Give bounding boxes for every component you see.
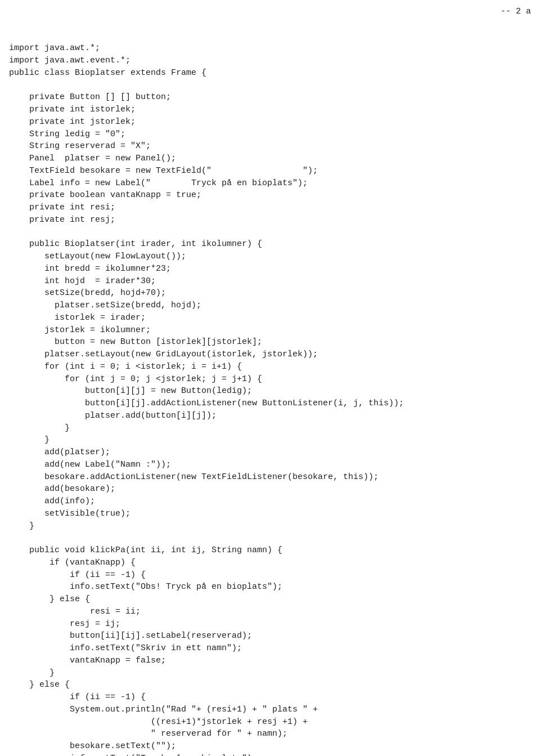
code-line: add(besokare); [9, 483, 531, 495]
code-line: TextField besokare = new TextField(" "); [9, 165, 531, 177]
code-line: if (ii == -1) { [9, 569, 531, 581]
code-line: setVisible(true); [9, 508, 531, 520]
code-line: button[ii][ij].setLabel(reserverad); [9, 630, 531, 642]
code-line: import java.awt.event.*; [9, 55, 531, 67]
code-line: button = new Button [istorlek][jstorlek]… [9, 336, 531, 348]
code-line: import java.awt.*; [9, 42, 531, 55]
code-line: String ledig = "0"; [9, 128, 531, 141]
code-line: } else { [9, 593, 531, 606]
code-line: platser.setSize(bredd, hojd); [9, 299, 531, 312]
code-line: private int resj; [9, 214, 531, 226]
code-line: jstorlek = ikolumner; [9, 324, 531, 337]
code-lines: import java.awt.*;import java.awt.event.… [9, 42, 531, 756]
code-line: info.setText("Obs! Tryck på en bioplats"… [9, 581, 531, 593]
code-line: add(new Label("Namn :")); [9, 459, 531, 471]
code-line: Panel platser = new Panel(); [9, 153, 531, 165]
code-line: } [9, 434, 531, 446]
code-line: besokare.setText(""); [9, 740, 531, 753]
code-line: private int istorlek; [9, 104, 531, 116]
code-line: private boolean vantaKnapp = true; [9, 189, 531, 202]
code-line: Label info = new Label(" Tryck på en bio… [9, 177, 531, 190]
code-line: public void klickPa(int ii, int ij, Stri… [9, 544, 531, 557]
code-line: platser.setLayout(new GridLayout(istorle… [9, 348, 531, 361]
code-line: int hojd = irader*30; [9, 275, 531, 288]
code-line: add(platser); [9, 446, 531, 459]
code-line: ((resi+1)*jstorlek + resj +1) + [9, 716, 531, 728]
code-line: private int jstorlek; [9, 116, 531, 128]
code-line: info.setText("Skriv in ett namn"); [9, 642, 531, 655]
code-line: for (int j = 0; j <jstorlek; j = j+1) { [9, 373, 531, 386]
code-line: platser.add(button[i][j]); [9, 410, 531, 422]
code-line: if (vantaKnapp) { [9, 557, 531, 569]
code-line: private int resi; [9, 202, 531, 214]
code-line: button[i][j] = new Button(ledig); [9, 385, 531, 397]
code-line: button[i][j].addActionListener(new Butto… [9, 397, 531, 410]
code-line [9, 532, 531, 544]
code-line: istorlek = irader; [9, 312, 531, 324]
code-line: for (int i = 0; i <istorlek; i = i+1) { [9, 361, 531, 373]
code-line: } [9, 422, 531, 435]
code-line: " reserverad för " + namn); [9, 728, 531, 740]
code-line [9, 79, 531, 92]
code-line: String reserverad = "X"; [9, 140, 531, 153]
code-line: private Button [] [] button; [9, 91, 531, 104]
code-line: resj = ij; [9, 618, 531, 630]
code-line: } [9, 667, 531, 679]
code-line [9, 226, 531, 239]
code-line: setSize(bredd, hojd+70); [9, 287, 531, 299]
code-line: info.setText("Tryck på en bioplats"); [9, 753, 531, 756]
code-line: setLayout(new FlowLayout()); [9, 250, 531, 263]
code-line: public Bioplatser(int irader, int ikolum… [9, 238, 531, 250]
code-line: besokare.addActionListener(new TextField… [9, 471, 531, 484]
code-line: resi = ii; [9, 606, 531, 618]
page-number: -- 2 a [501, 6, 531, 18]
code-line: System.out.println("Rad "+ (resi+1) + " … [9, 704, 531, 716]
code-line: } else { [9, 679, 531, 691]
code-line: public class Bioplatser extends Frame { [9, 67, 531, 79]
code-line: } [9, 520, 531, 533]
code-container: -- 2 a import java.awt.*;import java.awt… [9, 6, 531, 756]
code-line: int bredd = ikolumner*23; [9, 263, 531, 275]
code-line: if (ii == -1) { [9, 691, 531, 704]
code-line: vantaKnapp = false; [9, 655, 531, 667]
code-line: add(info); [9, 495, 531, 508]
